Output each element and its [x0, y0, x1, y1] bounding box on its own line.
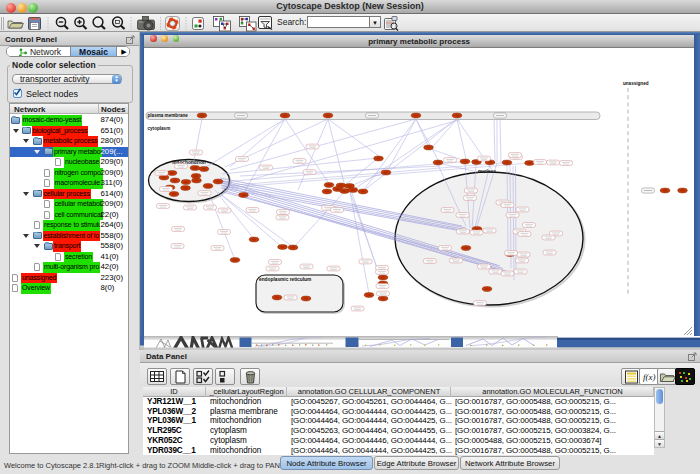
svg-text:plasma membrane: plasma membrane [148, 113, 189, 118]
svg-text:f(x): f(x) [643, 372, 656, 382]
svg-text:cytoplasm: cytoplasm [148, 126, 171, 131]
svg-text:unassigned: unassigned [623, 81, 649, 86]
svg-text:nucleus: nucleus [478, 169, 496, 174]
svg-text:endoplasmic reticulum: endoplasmic reticulum [259, 277, 311, 282]
